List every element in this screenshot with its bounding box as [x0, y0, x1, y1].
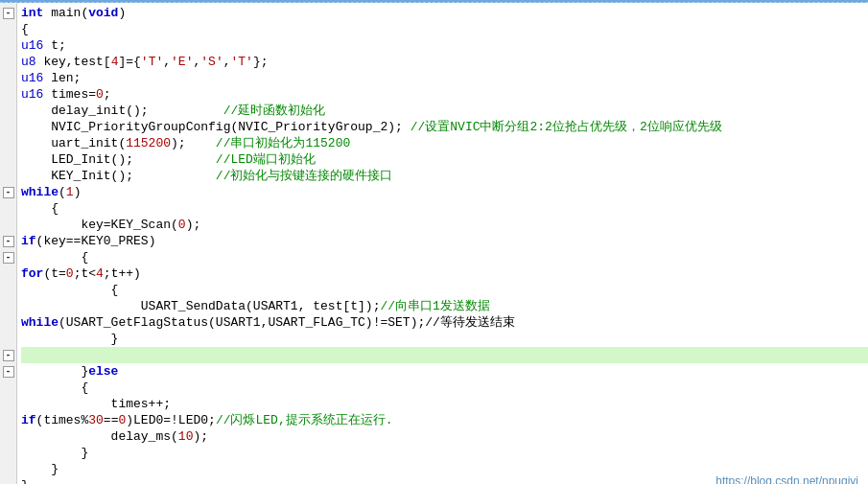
table-row: USART_SendData(USART1, test[t]);//向串口1发送…	[21, 298, 868, 314]
gutter: ------	[0, 3, 17, 484]
table-row: key=KEY_Scan(0);	[21, 217, 868, 233]
table-row: while(USART_GetFlagStatus(USART1,USART_F…	[21, 314, 868, 331]
table-row: KEY_Init(); //初始化与按键连接的硬件接口	[21, 168, 868, 184]
table-row: u16 times=0;	[21, 86, 868, 103]
table-row: {	[21, 380, 868, 396]
table-row: LED_Init(); //LED端口初始化	[21, 151, 868, 168]
fold-icon[interactable]: -	[3, 366, 14, 378]
table-row: if(key==KEY0_PRES)	[21, 233, 868, 249]
table-row: {	[21, 200, 868, 217]
fold-icon[interactable]: -	[3, 252, 14, 264]
table-row: uart_init(115200); //串口初始化为115200	[21, 135, 868, 151]
fold-icon[interactable]: -	[3, 236, 14, 247]
table-row: NVIC_PriorityGroupConfig(NVIC_PriorityGr…	[21, 119, 868, 135]
table-row: for(t=0;t<4;t++)	[21, 265, 868, 282]
table-row: u16 t;	[21, 37, 868, 54]
table-row: times++;	[21, 396, 868, 412]
code-lines: int main(void){ u16 t; u8 key,test[4]={'…	[17, 3, 868, 484]
table-row: }	[21, 445, 868, 461]
table-row: if(times%30==0)LED0=!LED0;//闪烁LED,提示系统正在…	[21, 412, 868, 428]
table-row: }	[21, 331, 868, 347]
watermark: https://blog.csdn.net/npuqiyi	[716, 474, 858, 484]
table-row: }else	[21, 363, 868, 380]
table-row: u8 key,test[4]={'T','E','S','T'};	[21, 54, 868, 70]
table-row: int main(void)	[21, 5, 868, 21]
table-row: u16 len;	[21, 70, 868, 86]
table-row: delay_ms(10);	[21, 428, 868, 445]
fold-icon[interactable]: -	[3, 8, 14, 19]
code-area: ------ int main(void){ u16 t; u8 key,tes…	[0, 3, 868, 484]
code-container: ------ int main(void){ u16 t; u8 key,tes…	[0, 0, 868, 484]
table-row: {	[21, 249, 868, 265]
table-row: while(1)	[21, 184, 868, 200]
table-row: {	[21, 21, 868, 37]
fold-icon[interactable]: -	[3, 187, 14, 198]
fold-icon[interactable]: -	[3, 350, 14, 361]
table-row: delay_init(); //延时函数初始化	[21, 103, 868, 119]
table-row	[21, 347, 868, 363]
table-row: {	[21, 282, 868, 298]
